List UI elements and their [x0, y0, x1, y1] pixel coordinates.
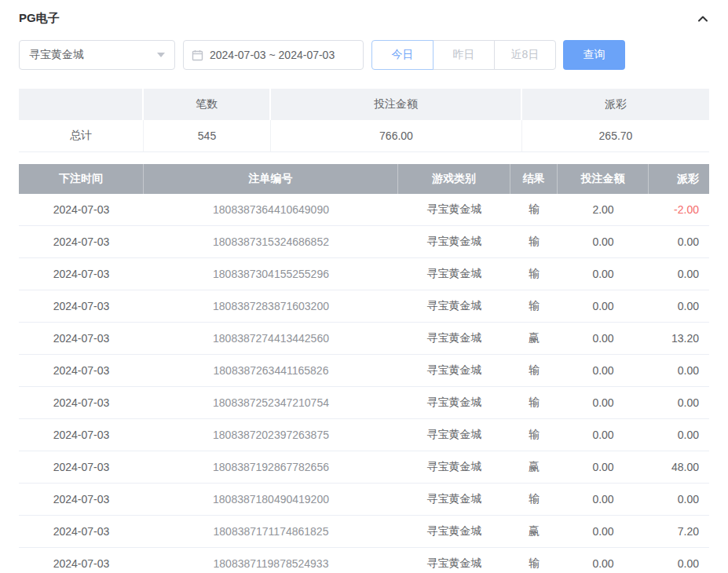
table-row: 2024-07-031808387180490419200寻宝黄金城输0.000…: [19, 484, 709, 516]
header-game-type: 游戏类别: [398, 164, 510, 194]
cell-game-type: 寻宝黄金城: [398, 387, 510, 419]
date-range-value: 2024-07-03 ~ 2024-07-03: [210, 49, 335, 61]
cell-result: 赢: [510, 451, 558, 484]
game-select[interactable]: 寻宝黄金城: [19, 40, 175, 70]
summary-table: 笔数 投注金额 派彩 总计 545 766.00 265.70: [19, 89, 709, 152]
cell-order-no: 1808387263441165826: [144, 355, 398, 387]
header-payout: 派彩: [649, 164, 709, 194]
table-row: 2024-07-031808387171174861825寻宝黄金城赢0.007…: [19, 516, 709, 548]
cell-result: 输: [510, 355, 558, 387]
cell-bet-amount: 0.00: [558, 355, 649, 387]
cell-game-type: 寻宝黄金城: [398, 451, 510, 484]
table-row: 2024-07-031808387364410649090寻宝黄金城输2.00-…: [19, 194, 709, 226]
cell-bet-time: 2024-07-03: [19, 387, 144, 419]
cell-result: 赢: [510, 323, 558, 355]
records-panel: PG电子 寻宝黄金城 2024-07-03 ~ 2024-07-03 今日 昨日…: [0, 0, 728, 573]
cell-payout: 0.00: [649, 419, 709, 451]
header-bet-amount: 投注金额: [558, 164, 649, 194]
cell-result: 输: [510, 194, 558, 226]
chevron-up-icon: [697, 13, 709, 25]
cell-bet-time: 2024-07-03: [19, 194, 144, 226]
cell-payout: 0.00: [649, 258, 709, 290]
records-body: 2024-07-031808387364410649090寻宝黄金城输2.00-…: [19, 194, 709, 573]
table-row: 2024-07-031808387252347210754寻宝黄金城输0.000…: [19, 387, 709, 419]
cell-bet-time: 2024-07-03: [19, 516, 144, 548]
table-row: 2024-07-031808387304155255296寻宝黄金城输0.000…: [19, 258, 709, 290]
cell-payout: 0.00: [649, 226, 709, 258]
chevron-down-icon: [157, 53, 165, 57]
filter-bar: 寻宝黄金城 2024-07-03 ~ 2024-07-03 今日 昨日 近8日 …: [19, 40, 709, 70]
cell-bet-time: 2024-07-03: [19, 484, 144, 516]
cell-game-type: 寻宝黄金城: [398, 355, 510, 387]
cell-bet-time: 2024-07-03: [19, 548, 144, 573]
cell-payout: 0.00: [649, 355, 709, 387]
panel-header: PG电子: [19, 11, 709, 26]
cell-bet-amount: 0.00: [558, 516, 649, 548]
table-row: 2024-07-031808387263441165826寻宝黄金城输0.000…: [19, 355, 709, 387]
cell-order-no: 1808387304155255296: [144, 258, 398, 290]
cell-payout: 0.00: [649, 484, 709, 516]
cell-order-no: 1808387274413442560: [144, 323, 398, 355]
cell-bet-amount: 0.00: [558, 419, 649, 451]
summary-total-row: 总计 545 766.00 265.70: [19, 120, 709, 152]
collapse-button[interactable]: [697, 13, 709, 25]
cell-bet-amount: 2.00: [558, 194, 649, 226]
cell-order-no: 1808387252347210754: [144, 387, 398, 419]
summary-header-count: 笔数: [144, 89, 271, 120]
cell-bet-time: 2024-07-03: [19, 451, 144, 484]
cell-result: 输: [510, 484, 558, 516]
calendar-icon: [192, 49, 203, 61]
cell-bet-amount: 0.00: [558, 323, 649, 355]
cell-payout: -2.00: [649, 194, 709, 226]
cell-result: 输: [510, 290, 558, 323]
cell-payout: 48.00: [649, 451, 709, 484]
summary-header-payout: 派彩: [522, 89, 709, 120]
query-button[interactable]: 查询: [563, 40, 625, 70]
cell-payout: 0.00: [649, 548, 709, 573]
cell-game-type: 寻宝黄金城: [398, 484, 510, 516]
cell-bet-time: 2024-07-03: [19, 355, 144, 387]
cell-result: 输: [510, 258, 558, 290]
cell-game-type: 寻宝黄金城: [398, 226, 510, 258]
cell-bet-amount: 0.00: [558, 484, 649, 516]
cell-game-type: 寻宝黄金城: [398, 548, 510, 573]
cell-order-no: 1808387192867782656: [144, 451, 398, 484]
summary-total-label: 总计: [19, 120, 144, 152]
cell-order-no: 1808387180490419200: [144, 484, 398, 516]
cell-bet-time: 2024-07-03: [19, 419, 144, 451]
cell-result: 输: [510, 548, 558, 573]
page-title: PG电子: [19, 11, 60, 26]
cell-game-type: 寻宝黄金城: [398, 323, 510, 355]
header-order-no: 注单编号: [144, 164, 398, 194]
yesterday-button[interactable]: 昨日: [433, 40, 495, 70]
summary-header-blank: [19, 89, 144, 120]
date-shortcut-group: 今日 昨日 近8日: [371, 40, 556, 70]
cell-bet-amount: 0.00: [558, 226, 649, 258]
cell-payout: 0.00: [649, 387, 709, 419]
cell-bet-amount: 0.00: [558, 387, 649, 419]
table-row: 2024-07-031808387119878524933寻宝黄金城输0.000…: [19, 548, 709, 573]
header-result: 结果: [510, 164, 558, 194]
cell-order-no: 1808387202397263875: [144, 419, 398, 451]
table-row: 2024-07-031808387202397263875寻宝黄金城输0.000…: [19, 419, 709, 451]
summary-total-bet-amount: 766.00: [271, 120, 522, 152]
cell-order-no: 1808387315324686852: [144, 226, 398, 258]
cell-result: 输: [510, 387, 558, 419]
last8days-button[interactable]: 近8日: [494, 40, 556, 70]
table-row: 2024-07-031808387192867782656寻宝黄金城赢0.004…: [19, 451, 709, 484]
cell-result: 输: [510, 226, 558, 258]
cell-payout: 0.00: [649, 290, 709, 323]
date-range-input[interactable]: 2024-07-03 ~ 2024-07-03: [183, 40, 364, 70]
cell-order-no: 1808387364410649090: [144, 194, 398, 226]
records-header-row: 下注时间 注单编号 游戏类别 结果 投注金额 派彩: [19, 164, 709, 194]
cell-bet-amount: 0.00: [558, 548, 649, 573]
cell-game-type: 寻宝黄金城: [398, 419, 510, 451]
cell-order-no: 1808387171174861825: [144, 516, 398, 548]
summary-total-count: 545: [144, 120, 271, 152]
today-button[interactable]: 今日: [371, 40, 434, 70]
summary-total-payout: 265.70: [522, 120, 709, 152]
cell-game-type: 寻宝黄金城: [398, 194, 510, 226]
cell-bet-time: 2024-07-03: [19, 290, 144, 323]
cell-game-type: 寻宝黄金城: [398, 258, 510, 290]
cell-result: 赢: [510, 516, 558, 548]
